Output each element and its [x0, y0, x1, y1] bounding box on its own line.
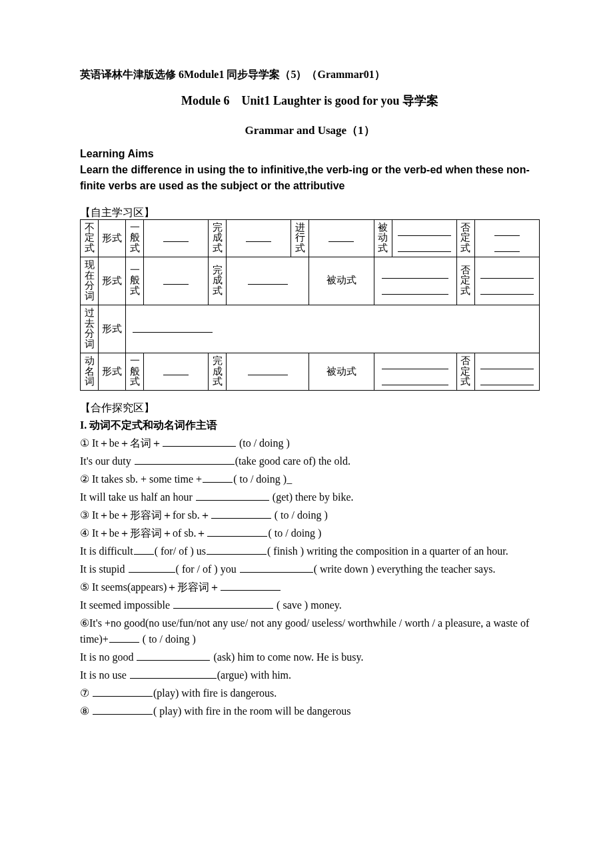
exercise-line: ④ It＋be＋形容词＋of sb.＋( to / doing ) [80, 525, 540, 541]
fill-blank[interactable] [207, 525, 267, 537]
text-segment: ⑦ [80, 687, 92, 699]
text-segment: It seemed impossible [80, 599, 173, 611]
text-segment: (ask) him to come now. He is busy. [211, 651, 363, 663]
fill-blank[interactable] [221, 579, 281, 591]
text-segment: ② It takes sb. + some time + [80, 473, 202, 485]
fill-blank[interactable] [93, 685, 153, 697]
blank-cell[interactable] [227, 257, 309, 305]
col-perfect: 完成式 [209, 257, 227, 305]
text-segment: ( write down ) everything the teacher sa… [314, 563, 496, 575]
col-general: 一般式 [126, 353, 144, 390]
blank-cell[interactable] [144, 257, 209, 305]
text-segment: ( finish ) writing the composition in a … [267, 545, 508, 557]
fill-blank[interactable] [135, 453, 235, 465]
blank-cell[interactable] [474, 219, 539, 257]
col-passive: 被动式 [309, 353, 374, 390]
exercise-line: It is no use (argue) with him. [80, 667, 540, 683]
fill-blank[interactable] [196, 489, 269, 501]
text-segment: It is no use [80, 669, 129, 681]
fill-blank[interactable] [129, 561, 175, 573]
blank-cell[interactable] [374, 353, 456, 390]
form-label: 形式 [99, 305, 126, 353]
exercise-line: ⑦ (play) with fire is dangerous. [80, 685, 540, 701]
text-segment: (get) there by bike. [270, 491, 354, 503]
blank-cell[interactable] [126, 305, 540, 353]
fill-blank[interactable] [137, 649, 210, 661]
blank-cell[interactable] [144, 219, 209, 257]
table-row: 动名词 形式 一般式 完成式 被动式 否定式 [81, 353, 540, 390]
blank-cell[interactable] [309, 219, 374, 257]
fill-blank[interactable] [211, 507, 271, 519]
text-segment: ① It＋be＋名词＋ [80, 437, 162, 449]
text-segment: ④ It＋be＋形容词＋of sb.＋ [80, 527, 207, 539]
row-label-past-participle: 过去分词 [81, 305, 99, 353]
blank-cell[interactable] [392, 219, 456, 257]
col-negative: 否定式 [456, 219, 474, 257]
learning-aims-body: Learn the difference in using the to inf… [80, 162, 540, 194]
col-general: 一般式 [126, 257, 144, 305]
col-perfect: 完成式 [209, 353, 227, 390]
text-segment: ( play) with fire in the room will be da… [153, 705, 350, 717]
col-negative: 否定式 [456, 257, 474, 305]
text-segment: (argue) with him. [217, 669, 291, 681]
exercise-line: ① It＋be＋名词＋ (to / doing ) [80, 435, 540, 451]
col-passive: 被动式 [309, 257, 374, 305]
text-segment: It's our duty [80, 455, 134, 467]
exercise-line: It is no good (ask) him to come now. He … [80, 649, 540, 665]
col-progressive: 进行式 [291, 219, 309, 257]
text-segment: It is stupid [80, 563, 128, 575]
fill-blank[interactable] [203, 471, 233, 483]
blank-cell[interactable] [474, 353, 539, 390]
blank-cell[interactable] [144, 353, 209, 390]
document-title: 英语译林牛津版选修 6Module1 同步导学案（5）（Grammar01） [80, 67, 540, 83]
fill-blank[interactable] [173, 597, 273, 609]
grammar-section-title: Grammar and Usage（1） [80, 122, 540, 139]
fill-blank[interactable] [130, 667, 217, 679]
row-label-infinitive: 不定式 [81, 219, 99, 257]
fill-blank[interactable] [134, 543, 154, 555]
blank-cell[interactable] [474, 257, 539, 305]
col-general: 一般式 [126, 219, 144, 257]
exercise-line: ③ It＋be＋形容词＋for sb.＋ ( to / doing ) [80, 507, 540, 523]
text-segment: (to / doing ) [237, 437, 290, 449]
blank-cell[interactable] [227, 219, 291, 257]
fill-blank[interactable] [207, 543, 267, 555]
text-segment: ( save ) money. [274, 599, 342, 611]
fill-blank[interactable] [93, 703, 153, 715]
col-perfect: 完成式 [209, 219, 227, 257]
module-subtitle: Module 6 Unit1 Laughter is good for you … [80, 92, 540, 110]
exercise-body: I. 动词不定式和动名词作主语 ① It＋be＋名词＋ (to / doing … [80, 417, 540, 719]
exercise-line: ⑧ ( play) with fire in the room will be … [80, 703, 540, 719]
text-segment: It will take us half an hour [80, 491, 195, 503]
table-row: 不定式 形式 一般式 完成式 进行式 被动式 否定式 [81, 219, 540, 257]
text-segment: ( to / doing ) [268, 527, 321, 539]
fill-blank[interactable] [109, 631, 139, 643]
fill-blank[interactable] [240, 561, 313, 573]
table-row: 过去分词 形式 [81, 305, 540, 353]
col-passive: 被动式 [374, 219, 392, 257]
exercise-line: It is difficult( for/ of ) us( finish ) … [80, 543, 540, 559]
learning-aims-header: Learning Aims [80, 146, 540, 162]
blank-cell[interactable] [374, 257, 456, 305]
fill-blank[interactable] [163, 435, 236, 447]
exercise-line: It will take us half an hour (get) there… [80, 489, 540, 505]
exercise-line: ② It takes sb. + some time +( to / doing… [80, 471, 540, 487]
self-study-zone-label: 【自主学习区】 [80, 205, 540, 221]
section-1-header: I. 动词不定式和动名词作主语 [80, 417, 540, 433]
text-segment: ③ It＋be＋形容词＋for sb.＋ [80, 509, 211, 521]
exercise-line: It seemed impossible ( save ) money. [80, 597, 540, 613]
verb-forms-table: 不定式 形式 一般式 完成式 进行式 被动式 否定式 现在分词 形式 一般式 完… [80, 219, 540, 391]
text-segment: It is difficult [80, 545, 133, 557]
text-segment: ( for/ of ) us [155, 545, 206, 557]
exercise-line: It's our duty (take good care of) the ol… [80, 453, 540, 469]
text-segment: ( to / doing ) [140, 633, 196, 645]
col-negative: 否定式 [456, 353, 474, 390]
table-row: 现在分词 形式 一般式 完成式 被动式 否定式 [81, 257, 540, 305]
text-segment: It is no good [80, 651, 136, 663]
blank-cell[interactable] [227, 353, 309, 390]
row-label-gerund: 动名词 [81, 353, 99, 390]
form-label: 形式 [99, 353, 126, 390]
exercise-line: It is stupid ( for / of ) you ( write do… [80, 561, 540, 577]
text-segment: ( for / of ) you [176, 563, 239, 575]
form-label: 形式 [99, 257, 126, 305]
